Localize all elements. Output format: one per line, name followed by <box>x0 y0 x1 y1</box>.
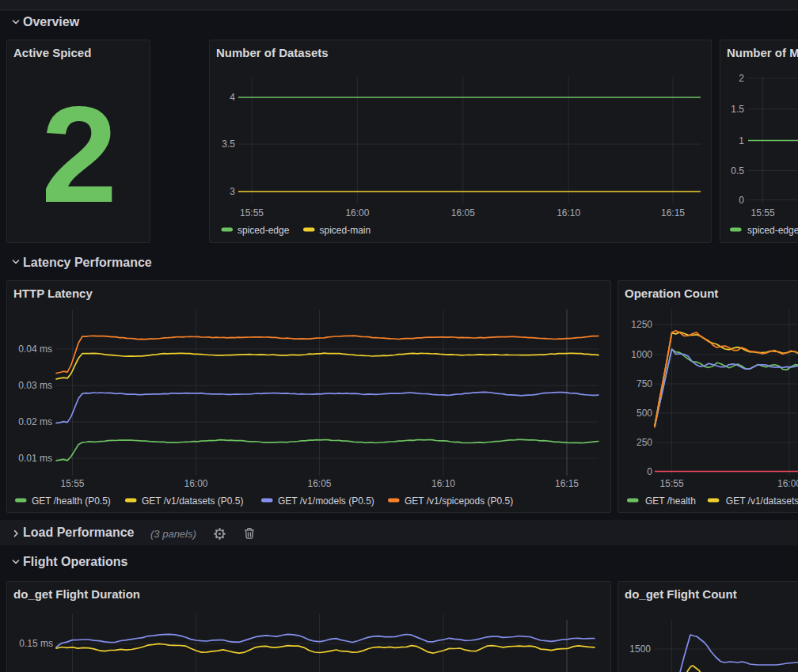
svg-text:15:55: 15:55 <box>751 207 775 218</box>
svg-text:1: 1 <box>739 135 744 146</box>
svg-text:GET /health (P0.5): GET /health (P0.5) <box>32 495 111 507</box>
svg-text:GET /v1/datasets (P0.5): GET /v1/datasets (P0.5) <box>142 495 244 507</box>
svg-text:spiced-main: spiced-main <box>320 225 371 236</box>
svg-text:16:05: 16:05 <box>307 478 331 489</box>
svg-text:16:15: 16:15 <box>661 207 685 218</box>
svg-text:0.15 ms: 0.15 ms <box>19 638 53 649</box>
svg-text:16:10: 16:10 <box>557 207 580 218</box>
svg-text:0.04 ms: 0.04 ms <box>18 344 52 355</box>
svg-text:1.5: 1.5 <box>731 104 744 115</box>
svg-text:15:55: 15:55 <box>60 478 84 489</box>
svg-text:1250: 1250 <box>631 319 652 330</box>
svg-text:16:15: 16:15 <box>555 478 579 489</box>
svg-text:0: 0 <box>739 195 744 206</box>
svg-text:16:00: 16:00 <box>345 207 369 218</box>
svg-text:16:10: 16:10 <box>431 478 455 489</box>
svg-text:GET /health: GET /health <box>645 495 696 507</box>
svg-text:2: 2 <box>739 73 744 84</box>
svg-text:spiced-edge: spiced-edge <box>238 225 290 236</box>
svg-text:500: 500 <box>636 408 652 419</box>
svg-text:GET /v1/spicepods (P0.5): GET /v1/spicepods (P0.5) <box>405 495 513 507</box>
svg-text:16:00: 16:00 <box>777 478 798 489</box>
svg-text:spiced-edge: spiced-edge <box>747 225 798 236</box>
svg-text:250: 250 <box>636 437 652 448</box>
svg-text:4: 4 <box>230 92 235 103</box>
svg-text:1500: 1500 <box>629 644 651 655</box>
svg-text:0.02 ms: 0.02 ms <box>18 416 52 427</box>
svg-text:15:55: 15:55 <box>660 478 684 489</box>
svg-text:1000: 1000 <box>631 349 652 360</box>
svg-text:16:05: 16:05 <box>451 207 475 218</box>
svg-text:GET /v1/datasets: GET /v1/datasets <box>726 495 798 507</box>
svg-text:0.01 ms: 0.01 ms <box>18 453 52 464</box>
svg-text:15:55: 15:55 <box>240 207 264 218</box>
svg-text:3: 3 <box>230 186 235 197</box>
svg-text:3.5: 3.5 <box>222 139 235 150</box>
svg-text:16:00: 16:00 <box>184 478 207 489</box>
svg-text:750: 750 <box>636 378 652 389</box>
svg-text:0.5: 0.5 <box>731 165 744 177</box>
svg-text:0: 0 <box>647 466 652 477</box>
svg-text:GET /v1/models (P0.5): GET /v1/models (P0.5) <box>278 495 374 507</box>
svg-text:0.03 ms: 0.03 ms <box>18 380 52 391</box>
